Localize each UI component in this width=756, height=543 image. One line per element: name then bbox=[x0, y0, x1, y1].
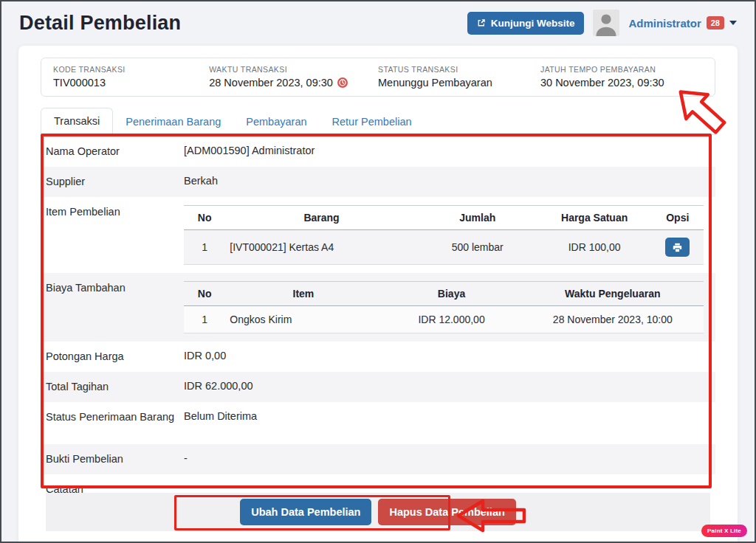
cell-no: 1 bbox=[184, 230, 225, 265]
summary-value: Menunggu Pembayaran bbox=[378, 77, 535, 89]
tab-transaksi[interactable]: Transaksi bbox=[41, 108, 113, 135]
row-bukti-pembelian: Bukti Pembelian - bbox=[41, 444, 715, 474]
field-label: Status Penerimaan Barang bbox=[46, 410, 184, 423]
field-value: Berkah bbox=[184, 175, 704, 187]
summary-value: 28 November 2023, 09:30 bbox=[209, 77, 372, 89]
history-clock-icon bbox=[337, 77, 348, 88]
table-row: 1 Ongkos Kirim IDR 12.000,00 28 November… bbox=[184, 306, 704, 333]
field-label: Nama Operator bbox=[46, 145, 184, 157]
summary-label: KODE TRANSAKSI bbox=[53, 65, 203, 74]
summary-status-transaksi: STATUS TRANSAKSI Menunggu Pembayaran bbox=[378, 65, 540, 89]
user-avatar[interactable] bbox=[593, 10, 619, 36]
col-header: Jumlah bbox=[418, 206, 537, 230]
person-silhouette-icon bbox=[593, 10, 619, 36]
row-biaya-tambahan: Biaya Tambahan No Item Biaya Waktu Penge… bbox=[41, 273, 715, 342]
item-pembelian-table: No Barang Jumlah Harga Satuan Opsi 1 [IV… bbox=[184, 205, 704, 265]
chevron-down-icon bbox=[729, 21, 737, 25]
field-label: Bukti Pembelian bbox=[46, 452, 184, 465]
external-link-icon bbox=[477, 18, 486, 27]
field-value: [ADM001590] Administrator bbox=[184, 145, 704, 156]
cell-biaya: IDR 12.000,00 bbox=[382, 306, 522, 333]
table-row: 1 [IVT000021] Kertas A4 500 lembar IDR 1… bbox=[184, 230, 704, 265]
cell-waktu: 28 November 2023, 10:00 bbox=[522, 306, 704, 333]
visit-website-label: Kunjungi Website bbox=[491, 18, 575, 29]
user-name: Administrator bbox=[628, 17, 701, 30]
field-value: IDR 0,00 bbox=[184, 350, 704, 362]
tab-penerimaan-barang[interactable]: Penerimaan Barang bbox=[113, 109, 233, 135]
tab-pembayaran[interactable]: Pembayaran bbox=[233, 109, 319, 135]
delete-purchase-button[interactable]: Hapus Data Pembelian bbox=[378, 499, 515, 525]
row-status-penerimaan: Status Penerimaan Barang Belum Diterima bbox=[41, 402, 715, 444]
col-header: Barang bbox=[225, 206, 417, 230]
col-header: No bbox=[184, 206, 225, 230]
summary-label: WAKTU TRANSAKSI bbox=[209, 65, 372, 74]
edit-purchase-button[interactable]: Ubah Data Pembelian bbox=[240, 499, 371, 525]
cell-opsi bbox=[652, 230, 704, 265]
field-value: - bbox=[184, 452, 704, 464]
field-label: Item Pembelian bbox=[46, 205, 184, 218]
row-supplier: Supplier Berkah bbox=[41, 167, 715, 197]
print-icon bbox=[673, 243, 682, 252]
notification-badge: 28 bbox=[707, 16, 724, 30]
col-header: Item bbox=[225, 282, 381, 306]
summary-value: 30 November 2023, 09:30 bbox=[540, 77, 697, 89]
print-button[interactable] bbox=[665, 238, 690, 257]
field-label: Total Tagihan bbox=[46, 380, 184, 392]
summary-label: JATUH TEMPO PEMBAYARAN bbox=[540, 65, 697, 74]
row-nama-operator: Nama Operator [ADM001590] Administrator bbox=[41, 136, 715, 167]
field-value: Belum Diterima bbox=[184, 410, 704, 422]
row-total-tagihan: Total Tagihan IDR 62.000,00 bbox=[41, 372, 715, 402]
summary-jatuh-tempo: JATUH TEMPO PEMBAYARAN 30 November 2023,… bbox=[540, 65, 703, 89]
top-header: Detail Pembelian Kunjungi Website Admini… bbox=[0, 0, 756, 46]
col-header: No bbox=[184, 282, 225, 306]
summary-waktu-transaksi: WAKTU TRANSAKSI 28 November 2023, 09:30 bbox=[209, 65, 378, 89]
col-header: Biaya bbox=[382, 282, 522, 306]
transaction-summary: KODE TRANSAKSI TIV000013 WAKTU TRANSAKSI… bbox=[41, 58, 715, 97]
biaya-tambahan-table: No Item Biaya Waktu Pengeluaran 1 Ongkos… bbox=[184, 281, 704, 333]
actions-strip: Ubah Data Pembelian Hapus Data Pembelian bbox=[46, 493, 710, 531]
field-label: Biaya Tambahan bbox=[46, 281, 184, 294]
cell-barang: [IVT000021] Kertas A4 bbox=[225, 230, 417, 265]
summary-kode-transaksi: KODE TRANSAKSI TIV000013 bbox=[53, 65, 209, 89]
col-header: Opsi bbox=[652, 206, 704, 230]
cell-no: 1 bbox=[184, 306, 225, 333]
cell-jumlah: 500 lembar bbox=[418, 230, 537, 265]
summary-label: STATUS TRANSAKSI bbox=[378, 65, 535, 74]
cell-harga: IDR 100,00 bbox=[537, 230, 652, 265]
detail-tabs: Transaksi Penerimaan Barang Pembayaran R… bbox=[41, 108, 715, 135]
col-header: Waktu Pengeluaran bbox=[522, 282, 704, 306]
paint-x-lite-watermark: Paint X Lite bbox=[701, 525, 747, 537]
field-label: Supplier bbox=[46, 175, 184, 187]
page-title: Detail Pembelian bbox=[19, 12, 181, 35]
row-potongan-harga: Potongan Harga IDR 0,00 bbox=[41, 342, 715, 372]
field-label: Potongan Harga bbox=[46, 350, 184, 362]
visit-website-button[interactable]: Kunjungi Website bbox=[467, 12, 585, 35]
col-header: Harga Satuan bbox=[537, 206, 652, 230]
field-value: IDR 62.000,00 bbox=[184, 380, 704, 392]
transaction-detail-list: Nama Operator [ADM001590] Administrator … bbox=[41, 136, 715, 498]
tab-retur-pembelian[interactable]: Retur Pembelian bbox=[320, 109, 425, 135]
row-item-pembelian: Item Pembelian No Barang Jumlah Harga Sa… bbox=[41, 197, 715, 273]
detail-card: KODE TRANSAKSI TIV000013 WAKTU TRANSAKSI… bbox=[18, 46, 738, 543]
user-menu[interactable]: Administrator 28 bbox=[628, 16, 737, 30]
cell-item: Ongkos Kirim bbox=[225, 306, 381, 333]
summary-value: TIV000013 bbox=[53, 77, 203, 89]
